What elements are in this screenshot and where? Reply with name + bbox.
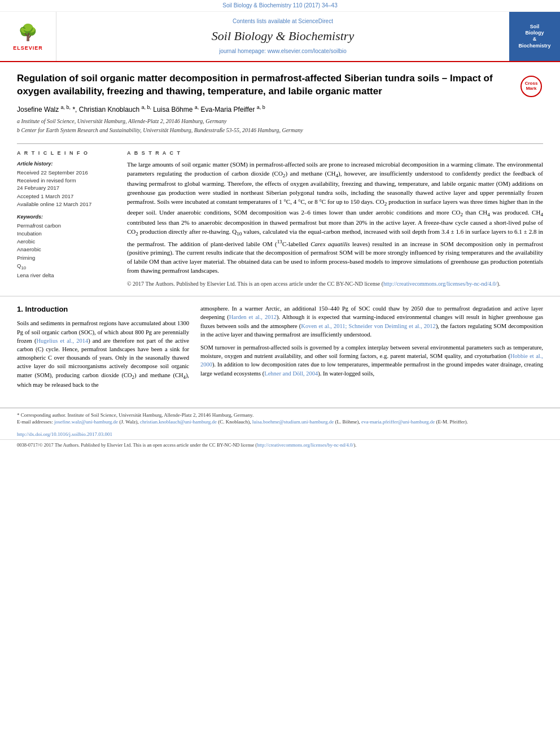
email-pfeiffer[interactable]: eva-maria.pfeiffer@uni-hamburg.de [361, 419, 435, 425]
section-number: 1. [17, 305, 23, 313]
article-history: Article history: Received 22 September 2… [17, 160, 116, 208]
accepted-date: Accepted 1 March 2017 [17, 193, 116, 200]
crossmark-icon: CrossMark [520, 76, 542, 97]
journal-homepage-line: journal homepage: www.elsevier.com/locat… [219, 47, 347, 55]
abstract-column: A B S T R A C T The large amounts of soi… [127, 150, 543, 288]
abstract-label: A B S T R A C T [127, 150, 543, 157]
copyright-notice: 0038-0717/© 2017 The Authors. Published … [17, 442, 356, 448]
email-bohme[interactable]: luisa.boehme@studium.uni-hamburg.de [252, 419, 334, 425]
article-top: Regulation of soil organic matter decomp… [17, 72, 543, 136]
bottom-bar: 0038-0717/© 2017 The Authors. Published … [0, 439, 560, 451]
introduction-left: 1. Introduction Soils and sediments in p… [17, 304, 189, 394]
revised-date: Received in revised form 24 February 201… [17, 177, 116, 192]
introduction-section: 1. Introduction Soils and sediments in p… [0, 296, 560, 400]
elsevier-tree-icon: 🌳 [18, 21, 38, 43]
email-label: E-mail addresses: [17, 419, 53, 425]
keywords-section: Keywords: Permafrost carbon Incubation A… [17, 213, 116, 279]
intro-left-text: Soils and sediments in permafrost region… [17, 319, 189, 389]
homepage-url[interactable]: www.elsevier.com/locate/soilbio [268, 48, 347, 54]
email-knoblauch[interactable]: christian.knoblauch@uni-hamburg.de [140, 419, 217, 425]
sbb-logo-text: SoilBiology&Biochemistry [518, 24, 550, 49]
available-date: Available online 12 March 2017 [17, 200, 116, 208]
introduction-title: 1. Introduction [17, 304, 189, 314]
article-body: A R T I C L E I N F O Article history: R… [17, 143, 543, 288]
crossmark-badge[interactable]: CrossMark [520, 76, 543, 97]
homepage-label: journal homepage: [219, 48, 266, 54]
sciencedirect-link[interactable]: ScienceDirect [298, 18, 333, 24]
history-title: Article history: [17, 160, 116, 168]
bottom-cc-link[interactable]: http://creativecommons.org/licenses/by-n… [257, 442, 353, 448]
journal-ref-bar: Soil Biology & Biochemistry 110 (2017) 3… [0, 0, 560, 12]
journal-banner: 🌳 ELSEVIER Contents lists available at S… [0, 12, 560, 62]
article-title: Regulation of soil organic matter decomp… [17, 72, 509, 98]
keywords-title: Keywords: [17, 213, 116, 221]
koven-ref[interactable]: Koven et al., 2011; Schneider von Deimli… [301, 323, 436, 329]
hugelius-ref[interactable]: Hugelius et al., 2014 [36, 338, 88, 344]
corresponding-author: * Corresponding author. Institute of Soi… [17, 412, 543, 419]
crossmark-label: CrossMark [525, 81, 538, 91]
cc-license-link[interactable]: http://creativecommons.org/licenses/by-n… [383, 281, 497, 287]
lehner-ref[interactable]: Lehner and Döll, 2004 [264, 370, 318, 377]
sciencedirect-line: Contents lists available at ScienceDirec… [233, 18, 333, 25]
intro-right-text-1: atmosphere. In a warmer Arctic, an addit… [200, 304, 543, 339]
email-line: E-mail addresses: josefine.walz@uni-hamb… [17, 418, 543, 426]
article-info-column: A R T I C L E I N F O Article history: R… [17, 150, 116, 288]
hobbie-ref[interactable]: Hobbie et al., 2000 [200, 353, 543, 368]
abstract-text: The large amounts of soil organic matter… [127, 160, 543, 276]
sbb-logo-box: SoilBiology&Biochemistry [518, 24, 550, 49]
intro-right-text-2: SOM turnover in permafrost-affected soil… [200, 343, 543, 378]
elsevier-label: ELSEVIER [13, 45, 43, 52]
received-date: Received 22 September 2016 [17, 169, 116, 176]
email-walz[interactable]: josefine.walz@uni-hamburg.de [54, 419, 118, 425]
journal-logo-right: SoilBiology&Biochemistry [509, 12, 560, 61]
contents-label: Contents lists available at [233, 18, 296, 24]
footnote-area: * Corresponding author. Institute of Soi… [0, 408, 560, 429]
keywords-list: Permafrost carbon Incubation Aerobic Ana… [17, 222, 116, 279]
introduction-right: atmosphere. In a warmer Arctic, an addit… [200, 304, 543, 394]
article-container: Regulation of soil organic matter decomp… [0, 62, 560, 294]
affiliation-a: a Institute of Soil Science, Universität… [17, 117, 509, 125]
article-info-label: A R T I C L E I N F O [17, 150, 116, 157]
article-title-block: Regulation of soil organic matter decomp… [17, 72, 509, 136]
authors-line: Josefine Walz a, b, *, Christian Knoblau… [17, 104, 509, 115]
journal-name: Soil Biology & Biochemistry [212, 28, 354, 45]
elsevier-logo-area: 🌳 ELSEVIER [0, 12, 56, 61]
doi-line: http://dx.doi.org/10.1016/j.soilbio.2017… [0, 429, 560, 440]
affiliation-b: b Center for Earth System Research and S… [17, 126, 509, 134]
doi-link[interactable]: http://dx.doi.org/10.1016/j.soilbio.2017… [17, 431, 112, 437]
open-access-notice: © 2017 The Authors. Published by Elsevie… [127, 280, 543, 288]
journal-reference: Soil Biology & Biochemistry 110 (2017) 3… [222, 2, 337, 8]
journal-title-area: Contents lists available at ScienceDirec… [56, 12, 509, 61]
section-title: Introduction [25, 305, 68, 313]
harden-ref[interactable]: Harden et al., 2012 [229, 314, 277, 320]
authors-text: Josefine Walz a, b, *, Christian Knoblau… [17, 106, 265, 113]
